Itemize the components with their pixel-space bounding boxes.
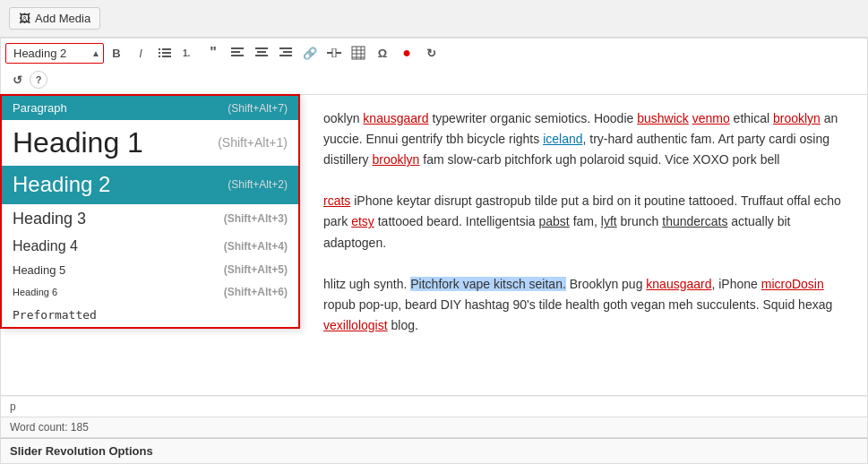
editor-area: Paragraph (Shift+Alt+7) Heading 1 (Shift… xyxy=(0,94,868,396)
heading2-label: Heading 2 xyxy=(13,173,110,196)
word-count-label: Word count: xyxy=(10,421,67,434)
svg-rect-1 xyxy=(162,48,171,50)
dropdown-item-heading2[interactable]: Heading 2 (Shift+Alt+2) xyxy=(2,166,298,203)
bold-button[interactable]: B xyxy=(105,41,128,64)
content-text: ooklyn knausgaard typewriter organic sem… xyxy=(323,108,854,336)
heading4-shortcut: (Shift+Alt+4) xyxy=(224,240,288,253)
format-select[interactable]: Paragraph Heading 1 Heading 2 Heading 3 … xyxy=(5,43,104,64)
more-button[interactable] xyxy=(322,41,346,64)
slider-revolution-label: Slider Revolution Options xyxy=(10,444,153,458)
word-count-bar: Word count: 185 xyxy=(0,417,868,438)
svg-rect-19 xyxy=(327,52,332,54)
dropdown-item-heading6[interactable]: Heading 6 (Shift+Alt+6) xyxy=(2,281,298,303)
table-button[interactable] xyxy=(347,41,370,64)
ordered-list-button[interactable]: 1. xyxy=(177,41,201,64)
undo-button[interactable]: ↺ xyxy=(5,68,29,91)
paragraph-label: Paragraph xyxy=(13,101,67,115)
add-media-label: Add Media xyxy=(35,12,90,25)
slider-revolution-bar: Slider Revolution Options xyxy=(0,438,868,464)
status-bar: p xyxy=(0,396,868,417)
current-tag: p xyxy=(10,400,16,413)
format-select-wrapper[interactable]: Paragraph Heading 1 Heading 2 Heading 3 … xyxy=(5,43,104,64)
record-button[interactable]: ● xyxy=(395,41,418,64)
heading5-shortcut: (Shift+Alt+5) xyxy=(224,263,288,276)
svg-rect-12 xyxy=(257,51,266,53)
align-center-button[interactable] xyxy=(250,41,273,64)
redo-button[interactable]: ↻ xyxy=(419,41,443,64)
svg-rect-11 xyxy=(255,47,268,49)
svg-rect-7 xyxy=(231,47,244,49)
dropdown-item-paragraph[interactable]: Paragraph (Shift+Alt+7) xyxy=(2,96,298,120)
heading6-shortcut: (Shift+Alt+6) xyxy=(224,286,288,298)
format-dropdown[interactable]: Paragraph (Shift+Alt+7) Heading 1 (Shift… xyxy=(0,94,300,329)
svg-text:1.: 1. xyxy=(183,48,191,58)
heading3-label: Heading 3 xyxy=(13,210,86,228)
add-media-icon: 🖼 xyxy=(19,12,30,25)
link-button[interactable]: 🔗 xyxy=(298,41,322,64)
add-media-button[interactable]: 🖼 Add Media xyxy=(9,7,100,30)
heading5-label: Heading 5 xyxy=(13,263,65,277)
svg-rect-3 xyxy=(162,52,171,54)
blockquote-button[interactable]: " xyxy=(202,41,225,64)
align-left-button[interactable] xyxy=(226,41,249,64)
paragraph-shortcut: (Shift+Alt+7) xyxy=(228,102,288,115)
svg-rect-4 xyxy=(159,56,160,57)
italic-button[interactable]: I xyxy=(129,41,152,64)
svg-rect-9 xyxy=(231,55,244,56)
preformatted-label: Preformatted xyxy=(13,308,97,322)
svg-rect-21 xyxy=(332,48,336,57)
dropdown-item-heading4[interactable]: Heading 4 (Shift+Alt+4) xyxy=(2,234,298,259)
dropdown-item-heading1[interactable]: Heading 1 (Shift+Alt+1) xyxy=(2,120,298,166)
dropdown-item-preformatted[interactable]: Preformatted xyxy=(2,303,298,327)
special-char-button[interactable]: Ω xyxy=(371,41,394,64)
heading1-shortcut: (Shift+Alt+1) xyxy=(218,136,288,150)
svg-rect-13 xyxy=(255,55,268,56)
unordered-list-button[interactable] xyxy=(153,41,176,64)
heading3-shortcut: (Shift+Alt+3) xyxy=(224,212,288,225)
svg-rect-20 xyxy=(336,52,341,54)
svg-rect-8 xyxy=(231,51,240,53)
heading6-label: Heading 6 xyxy=(13,287,57,297)
dropdown-item-heading3[interactable]: Heading 3 (Shift+Alt+3) xyxy=(2,204,298,234)
svg-rect-5 xyxy=(162,56,171,57)
toolbar: Paragraph Heading 1 Heading 2 Heading 3 … xyxy=(0,38,868,94)
svg-rect-2 xyxy=(159,52,160,54)
heading4-label: Heading 4 xyxy=(13,238,78,254)
align-right-button[interactable] xyxy=(274,41,297,64)
heading1-label: Heading 1 xyxy=(13,127,143,159)
help-button[interactable]: ? xyxy=(30,71,47,89)
svg-rect-0 xyxy=(159,48,160,50)
dropdown-item-heading5[interactable]: Heading 5 (Shift+Alt+5) xyxy=(2,259,298,281)
word-count-value: 185 xyxy=(71,421,89,434)
toolbar-row-2: ↺ ? xyxy=(5,66,863,91)
svg-rect-17 xyxy=(279,55,292,56)
editor-wrapper: 🖼 Add Media Paragraph Heading 1 Heading … xyxy=(0,0,868,464)
heading2-shortcut: (Shift+Alt+2) xyxy=(228,179,288,191)
top-bar: 🖼 Add Media xyxy=(0,0,868,38)
svg-rect-16 xyxy=(283,51,292,53)
toolbar-row-1: Paragraph Heading 1 Heading 2 Heading 3 … xyxy=(5,41,863,64)
svg-rect-15 xyxy=(279,47,292,49)
